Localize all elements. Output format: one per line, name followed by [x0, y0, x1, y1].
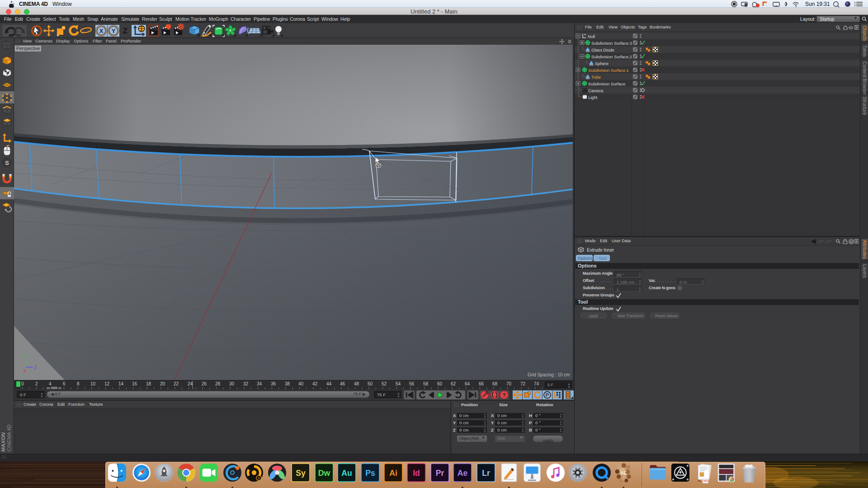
svg-text:Dw: Dw	[318, 469, 330, 478]
svg-text:64: 64	[465, 381, 470, 386]
svg-text:Sphere: Sphere	[595, 61, 609, 66]
svg-text:Sy: Sy	[296, 469, 306, 478]
svg-text:Subdivision Surface.2: Subdivision Surface.2	[591, 54, 632, 59]
svg-text:Grid Spacing : 10 cm: Grid Spacing : 10 cm	[528, 372, 570, 377]
svg-text:58: 58	[423, 381, 429, 386]
svg-text:34: 34	[257, 381, 262, 386]
svg-text:62: 62	[451, 381, 456, 386]
svg-text:28: 28	[215, 381, 221, 386]
svg-text:AE: AE	[620, 471, 627, 476]
svg-text:X: X	[99, 28, 104, 34]
svg-text:X: X	[23, 369, 26, 374]
svg-text:4: 4	[49, 381, 52, 386]
svg-text:Lr: Lr	[482, 469, 490, 478]
svg-text:36: 36	[271, 381, 276, 386]
svg-text:Light: Light	[588, 95, 598, 100]
svg-text:Null: Null	[588, 34, 595, 39]
svg-text:Subdivision Surface: Subdivision Surface	[588, 81, 625, 86]
svg-text:S: S	[5, 160, 9, 166]
svg-text:68: 68	[492, 381, 498, 386]
svg-text:Ae: Ae	[458, 469, 468, 478]
svg-text:12: 12	[104, 381, 110, 386]
svg-text:30: 30	[229, 381, 235, 386]
svg-text:2: 2	[35, 381, 38, 386]
svg-text:56: 56	[409, 381, 415, 386]
svg-text:16: 16	[132, 381, 137, 386]
svg-text:Id: Id	[413, 469, 420, 478]
svg-text:38: 38	[285, 381, 290, 386]
svg-text:Y: Y	[112, 28, 116, 34]
svg-text:52: 52	[382, 381, 387, 386]
svg-text:26: 26	[202, 381, 207, 386]
svg-text:50: 50	[368, 381, 373, 386]
svg-text:Au: Au	[341, 469, 352, 478]
svg-text:46: 46	[340, 381, 345, 386]
svg-text:Subdivision Surface.3: Subdivision Surface.3	[591, 41, 632, 46]
svg-text:54: 54	[396, 381, 401, 386]
svg-text:72: 72	[520, 381, 526, 386]
svg-text:Ps: Ps	[365, 469, 375, 478]
svg-text:0: 0	[21, 381, 24, 386]
svg-text:18: 18	[146, 381, 151, 386]
svg-text:8: 8	[77, 381, 80, 386]
svg-text:6: 6	[63, 381, 66, 386]
svg-text:?: ?	[502, 392, 506, 399]
svg-text:40: 40	[298, 381, 304, 386]
svg-text:60: 60	[437, 381, 443, 386]
svg-text:70: 70	[506, 381, 512, 386]
svg-text:32: 32	[243, 381, 249, 386]
svg-text:48: 48	[354, 381, 359, 386]
svg-text:Camera: Camera	[588, 88, 604, 93]
svg-text:Ai: Ai	[389, 469, 397, 478]
svg-text:42: 42	[312, 381, 318, 386]
svg-text:20: 20	[160, 381, 165, 386]
svg-text:22: 22	[174, 381, 179, 386]
svg-text:44: 44	[326, 381, 332, 386]
svg-text:14: 14	[118, 381, 124, 386]
svg-text:66: 66	[479, 381, 484, 386]
svg-text:24: 24	[188, 381, 193, 386]
svg-text:10: 10	[90, 381, 96, 386]
svg-text:74: 74	[534, 381, 539, 386]
svg-text:Pr: Pr	[436, 469, 444, 478]
svg-text:Tube: Tube	[591, 75, 601, 80]
svg-text:S: S	[258, 476, 260, 480]
svg-text:Y: Y	[24, 354, 27, 359]
svg-text:Z: Z	[123, 27, 127, 35]
svg-text:Subdivision Surface.1: Subdivision Surface.1	[588, 68, 629, 73]
svg-text:Glass Diode: Glass Diode	[591, 47, 614, 52]
svg-text:Z: Z	[34, 365, 37, 370]
svg-text:P: P	[546, 392, 549, 398]
